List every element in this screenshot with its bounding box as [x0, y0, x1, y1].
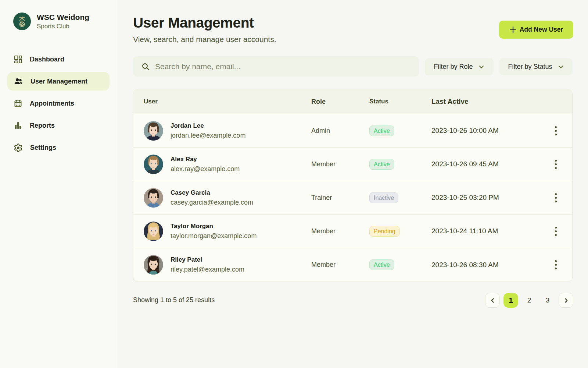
svg-text:WSC: WSC — [20, 21, 24, 22]
